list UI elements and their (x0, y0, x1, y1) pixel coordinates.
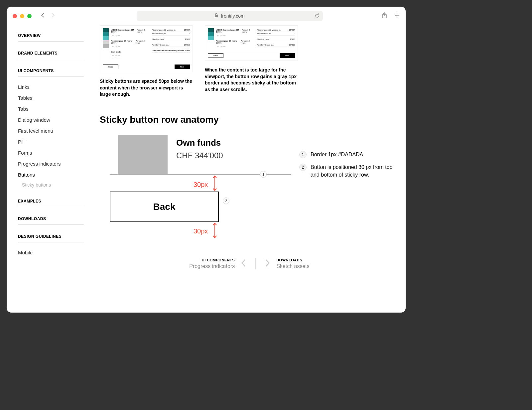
pager-next[interactable]: DOWNLOADS Sketch assets (256, 258, 319, 269)
sidebar: OVERVIEW BRAND ELEMENTS UI COMPONENTS Li… (7, 25, 90, 313)
pager-next-name: Sketch assets (276, 263, 310, 269)
r-label: Ancillary Costs p.a. (257, 44, 274, 46)
sidebar-section-design-guidelines[interactable]: DESIGN GUIDELINES (18, 234, 84, 242)
dimension-top: 30px (194, 181, 208, 189)
anatomy-legend: 1Border 1px #DADADA 2Button is positione… (299, 151, 399, 184)
close-window-button[interactable] (13, 14, 17, 18)
r-label: Overall estimated monthly burden (152, 50, 184, 52)
lock-icon (214, 13, 218, 19)
row-sub: CHF 738'000 (216, 46, 254, 48)
r-val: 0 (294, 33, 295, 35)
row-sub: CHF 344'000 (111, 55, 149, 57)
chevron-right-icon (265, 259, 270, 269)
callout-badge-1: 1 (260, 171, 267, 178)
svg-rect-0 (215, 15, 218, 17)
r-val: 3'595 (185, 50, 190, 52)
new-tab-icon[interactable] (394, 13, 400, 19)
url-text: frontify.com (221, 13, 244, 19)
legend-num-1: 1 (299, 151, 307, 158)
browser-window: frontify.com OVERVIEW BRAND ELEMENTS UI … (7, 7, 406, 313)
example-caption-2: When the content is too large for the vi… (205, 67, 298, 93)
own-funds-label: Own funds (176, 138, 221, 148)
row-meta: Period: 12 years (240, 40, 254, 44)
row-meta: Period: 2 years (242, 29, 254, 33)
r-label: Fix mortgage 12 years p.a. (152, 29, 176, 31)
sidebar-section-downloads[interactable]: DOWNLOADS (18, 216, 84, 225)
r-label: Monthly costs (257, 38, 269, 40)
sidebar-item-buttons[interactable]: Buttons (18, 169, 84, 180)
nav-buttons (40, 13, 56, 19)
sidebar-item-links[interactable]: Links (18, 81, 84, 92)
example-next-button: Next (175, 65, 190, 69)
anatomy-diagram: Own funds CHF 344'000 1 30px Back 2 30px (110, 135, 399, 238)
callout-badge-2: 2 (223, 198, 229, 204)
sidebar-item-progress-indicators[interactable]: Progress indicators (18, 158, 84, 169)
anatomy-title: Sticky button row anatomy (100, 114, 399, 125)
r-val: 17'860 (289, 44, 295, 46)
pager-prev[interactable]: UI COMPONENTS Progress indicators (180, 258, 256, 269)
dimension-bottom: 30px (194, 227, 208, 235)
row-label: Own funds (111, 51, 121, 53)
back-icon[interactable] (40, 13, 46, 19)
r-val: 2'006 (290, 38, 295, 40)
browser-chrome: frontify.com (7, 7, 406, 25)
legend-text-2: Button is positioned 30 px from top and … (311, 164, 399, 179)
row-label: Fix mortgage 12 years 1.80% (111, 40, 135, 44)
r-label: Fix mortgage 12 years p.a. (257, 29, 281, 31)
sidebar-section-examples[interactable]: EXAMPLES (18, 199, 84, 207)
reload-icon[interactable] (315, 13, 320, 19)
pager-prev-name: Progress indicators (189, 263, 235, 269)
sidebar-item-mobile[interactable]: Mobile (18, 247, 84, 258)
minimize-window-button[interactable] (20, 14, 24, 18)
address-bar[interactable]: frontify.com (137, 11, 323, 21)
r-label: Amortisation p.a. (152, 33, 167, 35)
sidebar-section-overview[interactable]: OVERVIEW (18, 33, 84, 42)
r-val: 0 (189, 33, 190, 35)
example-next-button: Next (280, 53, 295, 58)
pager-prev-category: UI COMPONENTS (189, 258, 235, 262)
r-val: 17'860 (184, 44, 190, 46)
example-card-1: LIBOR flex mortgage 3M 0.90%Period: 2 ye… (100, 25, 193, 72)
example-caption-1: Sticky buttons are spaced 50px below the… (100, 78, 193, 98)
r-val: 13'284 (184, 29, 190, 31)
chevron-left-icon (241, 259, 246, 269)
example-back-button: Back (208, 53, 223, 58)
row-sub: CHF 328'000 (216, 35, 254, 37)
content-area: LIBOR flex mortgage 3M 0.90%Period: 2 ye… (90, 25, 406, 313)
row-sub: CHF 328'000 (111, 35, 149, 37)
row-label: LIBOR flex mortgage 3M 0.90% (216, 29, 242, 33)
sidebar-item-forms[interactable]: Forms (18, 147, 84, 158)
examples-row: LIBOR flex mortgage 3M 0.90%Period: 2 ye… (100, 25, 399, 98)
sidebar-item-first-level-menu[interactable]: First level menu (18, 125, 84, 136)
share-icon[interactable] (382, 12, 387, 20)
own-funds-value: CHF 344'000 (176, 151, 223, 160)
r-val: 13'284 (289, 29, 295, 31)
sidebar-item-tabs[interactable]: Tabs (18, 103, 84, 114)
legend-text-1: Border 1px #DADADA (311, 151, 363, 158)
legend-num-2: 2 (299, 164, 307, 171)
pager-next-category: DOWNLOADS (276, 258, 310, 262)
sidebar-item-tables[interactable]: Tables (18, 92, 84, 103)
r-label: Monthly costs (152, 38, 164, 40)
sidebar-item-dialog-window[interactable]: Dialog window (18, 114, 84, 125)
r-label: Ancillary Costs p.a. (152, 44, 169, 46)
sidebar-item-pill[interactable]: Pill (18, 136, 84, 147)
sidebar-section-ui-components[interactable]: UI COMPONENTS (18, 68, 84, 77)
r-val: 2'006 (185, 38, 190, 40)
forward-icon (50, 13, 56, 19)
maximize-window-button[interactable] (27, 14, 32, 18)
traffic-lights (13, 14, 32, 18)
grey-block (118, 135, 168, 174)
sidebar-subitem-sticky-buttons[interactable]: Sticky buttons (18, 180, 84, 190)
example-card-2: LIBOR flex mortgage 3M 0.90%Period: 2 ye… (205, 25, 298, 61)
row-label: LIBOR flex mortgage 3M 0.90% (111, 29, 137, 33)
row-meta: Period: 2 years (137, 29, 149, 33)
anatomy-back-button: Back (110, 192, 219, 222)
row-label: Fix mortgage 12 years 1.80% (216, 40, 240, 44)
sidebar-section-brand-elements[interactable]: BRAND ELEMENTS (18, 51, 84, 59)
example-back-button: Back (103, 65, 118, 69)
row-sub: CHF 738'000 (111, 46, 149, 48)
pager: UI COMPONENTS Progress indicators DOWNLO… (100, 258, 399, 269)
r-label: Amortisation p.a. (257, 33, 272, 35)
row-meta: Period: 12 years (135, 40, 149, 44)
